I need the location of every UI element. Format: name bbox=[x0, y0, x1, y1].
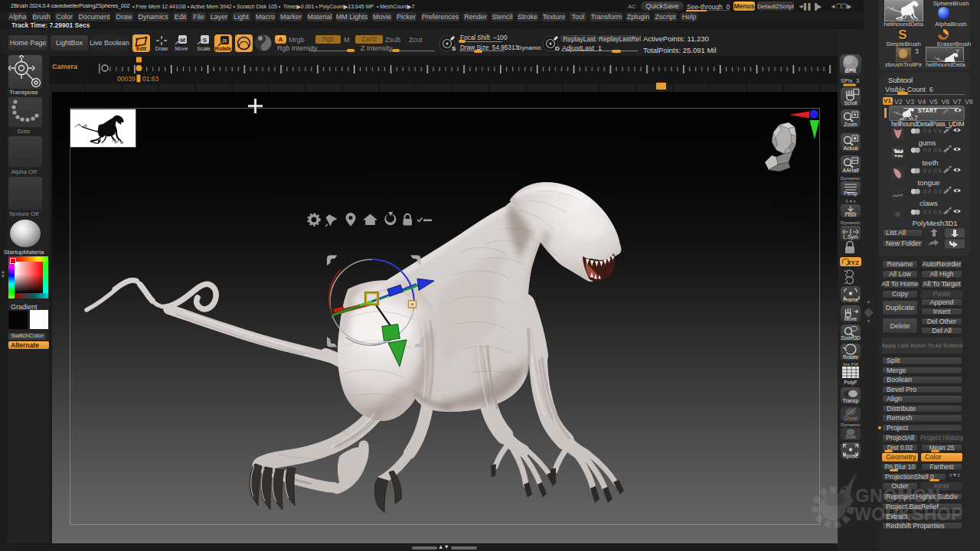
svg-text:Floor: Floor bbox=[844, 212, 857, 217]
svg-text:Rotate: Rotate bbox=[843, 354, 858, 360]
svg-text:Solo: Solo bbox=[845, 434, 856, 439]
svg-text:Scale: Scale bbox=[197, 46, 211, 51]
svg-text:Move: Move bbox=[844, 316, 858, 321]
svg-text:Edit: Edit bbox=[136, 46, 147, 51]
svg-text:PolyMesh3D1: PolyMesh3D1 bbox=[912, 219, 957, 227]
svg-text:Draw: Draw bbox=[155, 46, 168, 51]
svg-text:Actual: Actual bbox=[844, 145, 858, 151]
svg-text:Ghost: Ghost bbox=[844, 416, 858, 421]
svg-text:Persp: Persp bbox=[844, 191, 858, 197]
svg-text:Ine Fill: Ine Fill bbox=[843, 361, 858, 367]
svg-text:WORKSHOP: WORKSHOP bbox=[854, 504, 963, 524]
svg-text:Transp: Transp bbox=[843, 398, 859, 404]
svg-text:Rotate: Rotate bbox=[215, 46, 232, 51]
svg-text:Zoom: Zoom bbox=[844, 122, 858, 127]
svg-text:3: 3 bbox=[856, 77, 859, 84]
svg-text:gums: gums bbox=[918, 139, 936, 147]
svg-text:AAHalf: AAHalf bbox=[842, 168, 858, 173]
svg-text:S: S bbox=[452, 45, 456, 52]
svg-text:Dynamic: Dynamic bbox=[841, 175, 861, 181]
svg-text:Dynamic: Dynamic bbox=[841, 220, 861, 225]
svg-text:GNOMON: GNOMON bbox=[855, 486, 940, 506]
svg-text:claws: claws bbox=[920, 199, 938, 207]
svg-text:S: S bbox=[203, 37, 207, 44]
svg-text:Frame: Frame bbox=[843, 297, 858, 302]
svg-text:teeth: teeth bbox=[922, 158, 938, 167]
svg-text:tongue: tongue bbox=[917, 178, 939, 187]
svg-text:SPix: SPix bbox=[841, 77, 853, 84]
svg-text:THE: THE bbox=[841, 485, 849, 501]
svg-text:M: M bbox=[180, 37, 185, 44]
svg-text:L.Sym: L.Sym bbox=[843, 234, 858, 240]
svg-text:Scroll: Scroll bbox=[844, 100, 858, 106]
svg-text:BPR: BPR bbox=[845, 68, 857, 73]
svg-text:D: D bbox=[555, 45, 560, 52]
svg-text:Dynamic: Dynamic bbox=[841, 422, 861, 427]
svg-text:XYZ: XYZ bbox=[847, 259, 859, 266]
svg-text:≡ ▾ z: ≡ ▾ z bbox=[846, 199, 856, 204]
svg-text:Move: Move bbox=[175, 46, 188, 51]
svg-text:00039: 00039 bbox=[117, 75, 136, 83]
svg-text:01:63: 01:63 bbox=[142, 75, 159, 83]
svg-text:Zoom3D: Zoom3D bbox=[841, 335, 861, 341]
svg-text:Xpose: Xpose bbox=[843, 453, 858, 459]
svg-text:PolyF: PolyF bbox=[844, 380, 857, 386]
